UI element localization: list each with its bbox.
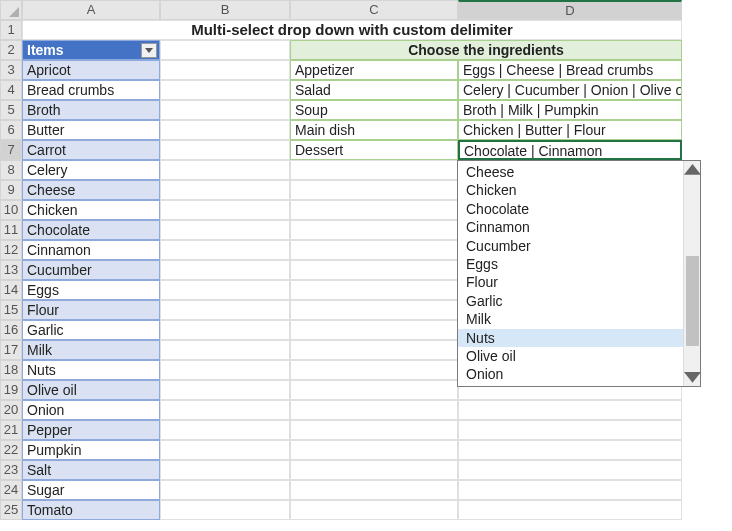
items-cell: Chocolate: [22, 220, 160, 240]
dropdown-item[interactable]: Cucumber: [458, 237, 683, 255]
empty-cell: [160, 440, 290, 460]
empty-cell: [160, 480, 290, 500]
ingredients-cell[interactable]: Broth | Milk | Pumpkin: [458, 100, 682, 120]
row-header-13[interactable]: 13: [0, 260, 22, 280]
column-header-C[interactable]: C: [290, 0, 458, 20]
row-header-2[interactable]: 2: [0, 40, 22, 60]
row-header-11[interactable]: 11: [0, 220, 22, 240]
row-header-25[interactable]: 25: [0, 500, 22, 520]
page-title: Multi-select drop down with custom delim…: [22, 20, 682, 40]
dish-cell: Main dish: [290, 120, 458, 140]
items-cell: Sugar: [22, 480, 160, 500]
row-header-4[interactable]: 4: [0, 80, 22, 100]
row-header-12[interactable]: 12: [0, 240, 22, 260]
items-cell: Salt: [22, 460, 160, 480]
row-header-8[interactable]: 8: [0, 160, 22, 180]
dropdown-item[interactable]: Nuts: [458, 329, 683, 347]
items-cell: Olive oil: [22, 380, 160, 400]
row-header-17[interactable]: 17: [0, 340, 22, 360]
empty-cell: [290, 480, 458, 500]
items-cell: Chicken: [22, 200, 160, 220]
row-header-19[interactable]: 19: [0, 380, 22, 400]
dish-cell: Salad: [290, 80, 458, 100]
column-header-D[interactable]: D: [458, 0, 682, 20]
ingredients-cell[interactable]: Chicken | Butter | Flour: [458, 120, 682, 140]
filter-button[interactable]: [141, 43, 157, 58]
row-header-21[interactable]: 21: [0, 420, 22, 440]
row-header-24[interactable]: 24: [0, 480, 22, 500]
empty-cell: [160, 320, 290, 340]
dropdown-arrow-button[interactable]: [681, 141, 682, 160]
svg-marker-2: [684, 164, 701, 175]
choose-header: Choose the ingredients: [290, 40, 682, 60]
items-cell: Cheese: [22, 180, 160, 200]
row-header-6[interactable]: 6: [0, 120, 22, 140]
items-column-header: Items: [22, 40, 160, 60]
row-header-15[interactable]: 15: [0, 300, 22, 320]
empty-cell: [160, 100, 290, 120]
column-header-A[interactable]: A: [22, 0, 160, 20]
row-header-22[interactable]: 22: [0, 440, 22, 460]
row-header-3[interactable]: 3: [0, 60, 22, 80]
dropdown-item[interactable]: Milk: [458, 310, 683, 328]
items-cell: Carrot: [22, 140, 160, 160]
dropdown-item[interactable]: Onion: [458, 365, 683, 383]
empty-cell: [458, 480, 682, 500]
empty-cell: [160, 120, 290, 140]
row-header-23[interactable]: 23: [0, 460, 22, 480]
row-header-5[interactable]: 5: [0, 100, 22, 120]
empty-cell: [290, 320, 458, 340]
dropdown-item[interactable]: Flour: [458, 273, 683, 291]
empty-cell: [160, 280, 290, 300]
dropdown-scrollbar[interactable]: [683, 161, 700, 386]
items-cell: Tomato: [22, 500, 160, 520]
dropdown-item[interactable]: Chocolate: [458, 200, 683, 218]
items-header-label: Items: [27, 42, 64, 58]
empty-cell: [290, 340, 458, 360]
empty-cell: [290, 240, 458, 260]
empty-cell: [160, 220, 290, 240]
empty-cell: [458, 500, 682, 520]
row-header-14[interactable]: 14: [0, 280, 22, 300]
items-cell: Cinnamon: [22, 240, 160, 260]
empty-cell: [160, 380, 290, 400]
empty-cell: [290, 420, 458, 440]
column-header-B[interactable]: B: [160, 0, 290, 20]
dropdown-item[interactable]: Eggs: [458, 255, 683, 273]
empty-cell: [290, 380, 458, 400]
scroll-down-icon[interactable]: [684, 369, 701, 386]
row-header-9[interactable]: 9: [0, 180, 22, 200]
ingredients-cell[interactable]: Celery | Cucumber | Onion | Olive oil: [458, 80, 682, 100]
items-cell: Onion: [22, 400, 160, 420]
row-header-1[interactable]: 1: [0, 20, 22, 40]
items-cell: Eggs: [22, 280, 160, 300]
row-header-10[interactable]: 10: [0, 200, 22, 220]
row-header-7[interactable]: 7: [0, 140, 22, 160]
dropdown-item[interactable]: Cheese: [458, 163, 683, 181]
scroll-thumb[interactable]: [686, 256, 699, 346]
empty-cell: [290, 300, 458, 320]
dropdown-item[interactable]: Cinnamon: [458, 218, 683, 236]
empty-cell: [160, 360, 290, 380]
items-cell: Pepper: [22, 420, 160, 440]
scroll-up-icon[interactable]: [684, 161, 701, 178]
active-ingredients-cell[interactable]: Chocolate | Cinnamon: [458, 140, 682, 160]
dropdown-item[interactable]: Garlic: [458, 292, 683, 310]
validation-dropdown[interactable]: CheeseChickenChocolateCinnamonCucumberEg…: [457, 160, 701, 387]
dropdown-item[interactable]: Chicken: [458, 181, 683, 199]
select-all-corner[interactable]: [0, 0, 22, 20]
dish-cell: Dessert: [290, 140, 458, 160]
items-cell: Milk: [22, 340, 160, 360]
empty-cell: [160, 240, 290, 260]
items-cell: Garlic: [22, 320, 160, 340]
empty-cell: [160, 340, 290, 360]
row-header-16[interactable]: 16: [0, 320, 22, 340]
row-header-20[interactable]: 20: [0, 400, 22, 420]
ingredients-cell[interactable]: Eggs | Cheese | Bread crumbs: [458, 60, 682, 80]
empty-cell: [290, 500, 458, 520]
empty-cell: [458, 440, 682, 460]
empty-cell: [160, 80, 290, 100]
dropdown-item[interactable]: Olive oil: [458, 347, 683, 365]
row-header-18[interactable]: 18: [0, 360, 22, 380]
items-cell: Pumpkin: [22, 440, 160, 460]
